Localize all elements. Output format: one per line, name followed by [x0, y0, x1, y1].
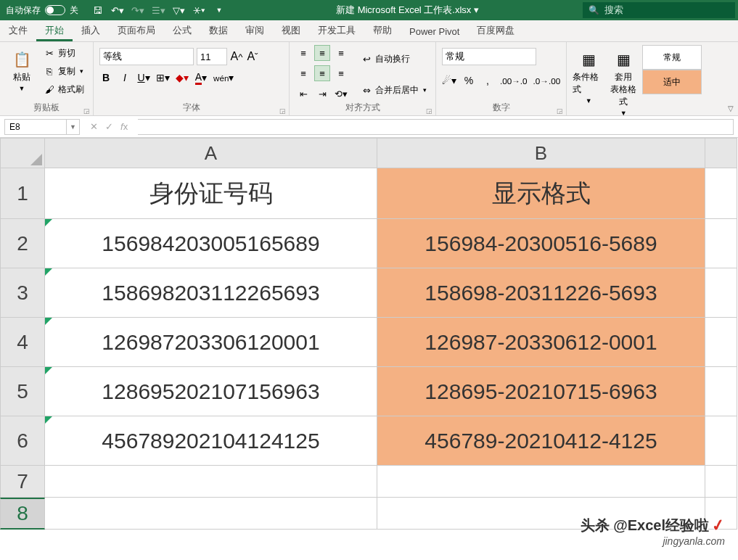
cell-a7[interactable]	[45, 466, 377, 498]
tab-文件[interactable]: 文件	[0, 20, 36, 41]
conditional-format-button[interactable]: ▦ 条件格式▼	[573, 45, 604, 104]
orientation-icon[interactable]: ⟲▾	[333, 86, 349, 102]
align-left-icon[interactable]: ≡	[295, 65, 311, 81]
style-accent[interactable]: 适中	[642, 70, 702, 94]
cell-a4[interactable]: 126987203306120001	[45, 318, 377, 367]
cell-c7[interactable]	[705, 466, 737, 498]
align-middle-icon[interactable]: ≡	[314, 45, 330, 61]
search-box[interactable]: 搜索	[583, 2, 735, 18]
align-bottom-icon[interactable]: ≡	[333, 45, 349, 61]
tab-审阅[interactable]: 审阅	[237, 20, 273, 41]
cell-c3[interactable]	[705, 268, 737, 318]
tab-开始[interactable]: 开始	[36, 20, 73, 41]
grow-font-icon[interactable]: A^	[230, 49, 243, 65]
row-header[interactable]: 7	[0, 466, 45, 498]
cell-b2[interactable]: 156984-20300516-5689	[377, 219, 705, 268]
tab-插入[interactable]: 插入	[73, 20, 109, 41]
document-title[interactable]: 新建 Microsoft Excel 工作表.xlsx ▾	[232, 4, 583, 17]
save-icon[interactable]: 🖫	[91, 4, 103, 16]
spreadsheet-grid[interactable]: A B 1身份证号码显示格式2156984203005165689156984-…	[0, 138, 738, 530]
number-format-combo[interactable]	[442, 48, 536, 65]
wrap-text-button[interactable]: ↩自动换行	[358, 51, 430, 67]
row-header[interactable]: 4	[0, 318, 45, 367]
col-header-a[interactable]: A	[45, 138, 377, 168]
cell-c2[interactable]	[705, 219, 737, 268]
cell-b3[interactable]: 158698-20311226-5693	[377, 268, 705, 318]
tab-帮助[interactable]: 帮助	[364, 20, 401, 41]
fx-icon[interactable]: fx	[120, 121, 128, 132]
tab-百度网盘[interactable]: 百度网盘	[468, 20, 523, 41]
percent-icon[interactable]: %	[462, 73, 475, 88]
name-box-dropdown[interactable]: ▼	[67, 119, 80, 135]
decrease-indent-icon[interactable]: ⇤	[295, 86, 311, 102]
row-header[interactable]: 1	[0, 168, 45, 219]
col-header-b[interactable]: B	[377, 138, 705, 168]
row-header[interactable]: 5	[0, 367, 45, 416]
tab-Power Pivot[interactable]: Power Pivot	[401, 22, 468, 41]
align-right-icon[interactable]: ≡	[333, 65, 349, 81]
cell-a8[interactable]	[45, 498, 377, 530]
cancel-icon[interactable]: ✕	[90, 121, 98, 132]
select-all-corner[interactable]	[0, 138, 45, 168]
filter-icon[interactable]: ▽▾	[173, 4, 184, 16]
merge-center-button[interactable]: ⇔合并后居中▾	[358, 82, 430, 98]
accounting-icon[interactable]: ☄▾	[442, 73, 456, 88]
font-size-combo[interactable]	[197, 48, 227, 65]
underline-button[interactable]: U▾	[137, 70, 150, 86]
italic-button[interactable]: I	[118, 70, 131, 86]
row-header[interactable]: 8	[0, 498, 45, 530]
tab-开发工具[interactable]: 开发工具	[309, 20, 364, 41]
cell-b5[interactable]: 128695-20210715-6963	[377, 367, 705, 416]
cell-a2[interactable]: 156984203005165689	[45, 219, 377, 268]
increase-decimal-icon[interactable]: .00→.0	[500, 73, 528, 88]
cell-a5[interactable]: 128695202107156963	[45, 367, 377, 416]
bold-button[interactable]: B	[99, 70, 112, 86]
touch-icon[interactable]: ☰▾	[152, 4, 164, 16]
undo-icon[interactable]: ↶▾	[112, 4, 123, 16]
redo-icon[interactable]: ↷▾	[132, 4, 144, 16]
cell-styles-gallery[interactable]: 常规 适中	[642, 45, 702, 94]
cell-c5[interactable]	[705, 367, 737, 416]
style-normal[interactable]: 常规	[642, 45, 702, 70]
cell-a6[interactable]: 456789202104124125	[45, 416, 377, 466]
cut-button[interactable]: ✂剪切	[41, 45, 87, 61]
format-painter-button[interactable]: 🖌格式刷	[41, 81, 87, 97]
phonetic-icon[interactable]: wén▾	[213, 70, 234, 86]
dialog-launcher-icon[interactable]: ◲	[557, 107, 563, 115]
cell-c6[interactable]	[705, 416, 737, 466]
cell-b7[interactable]	[377, 466, 705, 498]
cell-a1[interactable]: 身份证号码	[45, 168, 377, 219]
decrease-decimal-icon[interactable]: .0→.00	[533, 73, 561, 88]
font-name-combo[interactable]	[99, 48, 194, 65]
sort-icon[interactable]: ⚹▾	[193, 4, 205, 16]
qat-more-icon[interactable]: ▼	[213, 4, 225, 16]
dialog-launcher-icon[interactable]: ◲	[83, 107, 90, 115]
tab-公式[interactable]: 公式	[164, 20, 200, 41]
fill-color-icon[interactable]: ◆▾	[176, 70, 189, 86]
autosave-toggle[interactable]: 自动保存 关	[0, 4, 84, 17]
shrink-font-icon[interactable]: Aˇ	[246, 49, 259, 65]
cell-b4[interactable]: 126987-20330612-0001	[377, 318, 705, 367]
tab-页面布局[interactable]: 页面布局	[109, 20, 164, 41]
font-color-icon[interactable]: A▾	[194, 70, 208, 86]
increase-indent-icon[interactable]: ⇥	[314, 86, 330, 102]
cell-b6[interactable]: 456789-20210412-4125	[377, 416, 705, 466]
dialog-launcher-icon[interactable]: ◲	[426, 107, 432, 115]
comma-icon[interactable]: ,	[481, 73, 494, 88]
tab-视图[interactable]: 视图	[273, 20, 309, 41]
align-top-icon[interactable]: ≡	[295, 45, 311, 61]
row-header[interactable]: 3	[0, 268, 45, 318]
enter-icon[interactable]: ✓	[105, 121, 113, 132]
cell-c4[interactable]	[705, 318, 737, 367]
cell-c1[interactable]	[705, 168, 737, 219]
paste-button[interactable]: 📋 粘贴 ▼	[6, 45, 38, 92]
format-as-table-button[interactable]: ▦ 套用 表格格式▼	[607, 45, 639, 117]
cell-a3[interactable]: 158698203112265693	[45, 268, 377, 318]
tab-数据[interactable]: 数据	[200, 20, 237, 41]
align-center-icon[interactable]: ≡	[314, 65, 330, 81]
row-header[interactable]: 2	[0, 219, 45, 268]
copy-button[interactable]: ⎘复制▾	[41, 63, 87, 79]
col-header-c[interactable]	[705, 138, 737, 168]
dialog-launcher-icon[interactable]: ◲	[279, 107, 286, 115]
row-header[interactable]: 6	[0, 416, 45, 466]
